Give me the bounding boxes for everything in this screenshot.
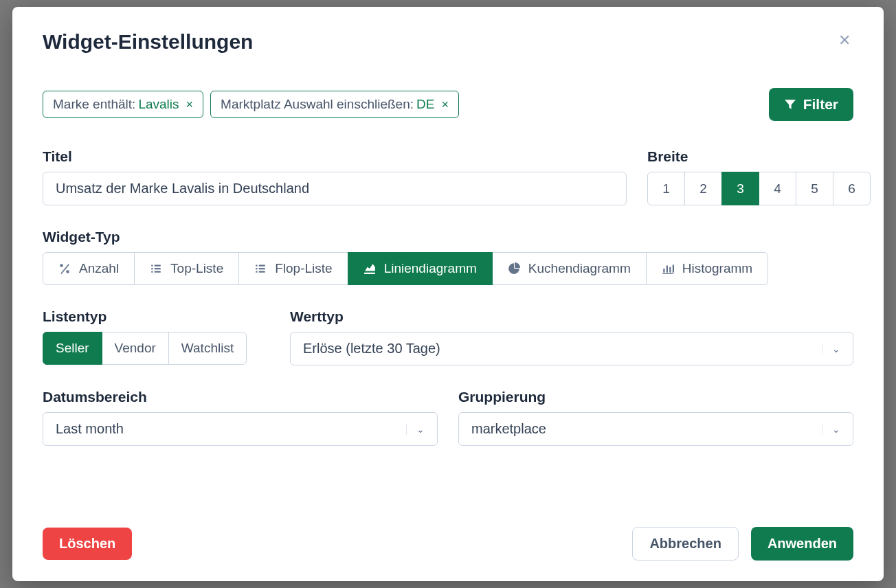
type-label: Kuchendiagramm xyxy=(528,261,631,276)
widget-settings-modal: Widget-Einstellungen ✕ Marke enthält: La… xyxy=(12,7,884,581)
widget-typ-topliste[interactable]: Top-Liste xyxy=(134,252,239,285)
pie-chart-icon xyxy=(508,262,520,275)
chip-label: Marktplatz Auswahl einschließen: xyxy=(221,97,414,112)
breite-label: Breite xyxy=(647,148,871,165)
chevron-down-icon: ⌄ xyxy=(822,424,840,435)
filter-button-label: Filter xyxy=(803,96,838,113)
listentyp-field: Listentyp Seller Vendor Watchlist xyxy=(43,308,269,365)
filter-chip-marktplatz[interactable]: Marktplatz Auswahl einschließen: DE × xyxy=(210,91,459,118)
chip-value: Lavalis xyxy=(138,97,179,112)
gruppierung-value: marketplace xyxy=(471,421,546,437)
widget-typ-label: Widget-Typ xyxy=(43,229,853,245)
breite-option-4[interactable]: 4 xyxy=(759,172,796,205)
type-label: Top-Liste xyxy=(170,261,223,276)
datumsbereich-label: Datumsbereich xyxy=(43,389,438,405)
werttyp-value: Erlöse (letzte 30 Tage) xyxy=(303,341,440,357)
datumsbereich-field: Datumsbereich Last month ⌄ xyxy=(43,389,438,446)
modal-header: Widget-Einstellungen ✕ xyxy=(12,7,884,54)
footer-right: Abbrechen Anwenden xyxy=(632,527,853,561)
listentyp-button-group: Seller Vendor Watchlist xyxy=(43,332,269,365)
line-chart-icon xyxy=(363,262,376,275)
widget-typ-flopliste[interactable]: Flop-Liste xyxy=(238,252,348,285)
chip-label: Marke enthält: xyxy=(53,97,135,112)
widget-typ-anzahl[interactable]: Anzahl xyxy=(43,252,135,285)
filter-row: Marke enthält: Lavalis × Marktplatz Ausw… xyxy=(43,88,853,121)
type-label: Liniendiagramm xyxy=(384,261,477,276)
close-icon[interactable]: ✕ xyxy=(836,30,853,51)
gruppierung-select[interactable]: marketplace ⌄ xyxy=(458,412,853,446)
listentyp-watchlist[interactable]: Watchlist xyxy=(168,332,247,365)
list-icon xyxy=(254,262,267,275)
breite-option-6[interactable]: 6 xyxy=(833,172,871,205)
filter-chips: Marke enthält: Lavalis × Marktplatz Ausw… xyxy=(43,91,459,118)
widget-typ-liniendiagramm[interactable]: Liniendiagramm xyxy=(348,252,493,285)
type-label: Histogramm xyxy=(682,261,752,276)
chip-value: DE xyxy=(416,97,434,112)
apply-button[interactable]: Anwenden xyxy=(751,527,853,561)
modal-title: Widget-Einstellungen xyxy=(43,30,253,54)
chip-remove-icon[interactable]: × xyxy=(186,98,194,112)
widget-typ-row: Widget-Typ Anzahl Top-Liste Flop-Liste xyxy=(43,229,853,285)
delete-button[interactable]: Löschen xyxy=(43,528,132,560)
title-width-row: Titel Breite 1 2 3 4 5 6 xyxy=(43,148,853,205)
datumsbereich-value: Last month xyxy=(56,421,124,437)
listentyp-seller[interactable]: Seller xyxy=(43,332,102,365)
titel-input[interactable] xyxy=(43,172,627,205)
type-label: Flop-Liste xyxy=(275,261,332,276)
widget-typ-histogramm[interactable]: Histogramm xyxy=(646,252,768,285)
gruppierung-field: Gruppierung marketplace ⌄ xyxy=(458,389,853,446)
werttyp-label: Werttyp xyxy=(290,308,853,325)
widget-typ-field: Widget-Typ Anzahl Top-Liste Flop-Liste xyxy=(43,229,853,285)
chip-remove-icon[interactable]: × xyxy=(441,98,449,112)
titel-label: Titel xyxy=(43,148,627,165)
titel-field: Titel xyxy=(43,148,627,205)
datumsbereich-select[interactable]: Last month ⌄ xyxy=(43,412,438,446)
breite-option-5[interactable]: 5 xyxy=(796,172,833,205)
percent-icon xyxy=(58,262,71,275)
breite-option-2[interactable]: 2 xyxy=(684,172,722,205)
widget-typ-kuchendiagramm[interactable]: Kuchendiagramm xyxy=(492,252,647,285)
chevron-down-icon: ⌄ xyxy=(406,424,425,435)
filter-chip-marke[interactable]: Marke enthält: Lavalis × xyxy=(43,91,203,118)
type-label: Anzahl xyxy=(79,261,119,276)
chevron-down-icon: ⌄ xyxy=(822,343,840,354)
filter-button[interactable]: Filter xyxy=(769,88,853,121)
breite-field: Breite 1 2 3 4 5 6 xyxy=(647,148,871,205)
werttyp-select[interactable]: Erlöse (letzte 30 Tage) ⌄ xyxy=(290,332,853,365)
cancel-button[interactable]: Abbrechen xyxy=(632,527,738,561)
modal-footer: Löschen Abbrechen Anwenden xyxy=(12,513,884,581)
widget-typ-button-group: Anzahl Top-Liste Flop-Liste Liniendiagra… xyxy=(43,252,853,285)
breite-button-group: 1 2 3 4 5 6 xyxy=(647,172,871,205)
listentyp-werttyp-row: Listentyp Seller Vendor Watchlist Wertty… xyxy=(43,308,853,365)
modal-body: Marke enthält: Lavalis × Marktplatz Ausw… xyxy=(12,54,884,513)
breite-option-1[interactable]: 1 xyxy=(647,172,685,205)
werttyp-field: Werttyp Erlöse (letzte 30 Tage) ⌄ xyxy=(290,308,853,365)
listentyp-label: Listentyp xyxy=(43,308,269,325)
list-icon xyxy=(150,262,162,275)
breite-option-3[interactable]: 3 xyxy=(721,172,759,205)
filter-icon xyxy=(784,98,796,111)
bar-chart-icon xyxy=(662,262,674,275)
datum-gruppierung-row: Datumsbereich Last month ⌄ Gruppierung m… xyxy=(43,389,853,446)
listentyp-vendor[interactable]: Vendor xyxy=(102,332,169,365)
gruppierung-label: Gruppierung xyxy=(458,389,853,405)
